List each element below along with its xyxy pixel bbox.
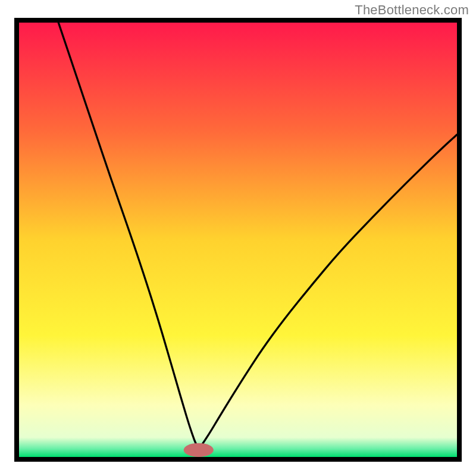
bottleneck-curve-chart [19,23,457,457]
chart-plot-area [19,23,457,457]
chart-background-gradient [19,23,457,457]
minimum-marker [184,443,214,457]
watermark-text: TheBottleneck.com [355,2,469,18]
page-root: TheBottleneck.com [0,0,476,476]
chart-frame [14,18,462,462]
